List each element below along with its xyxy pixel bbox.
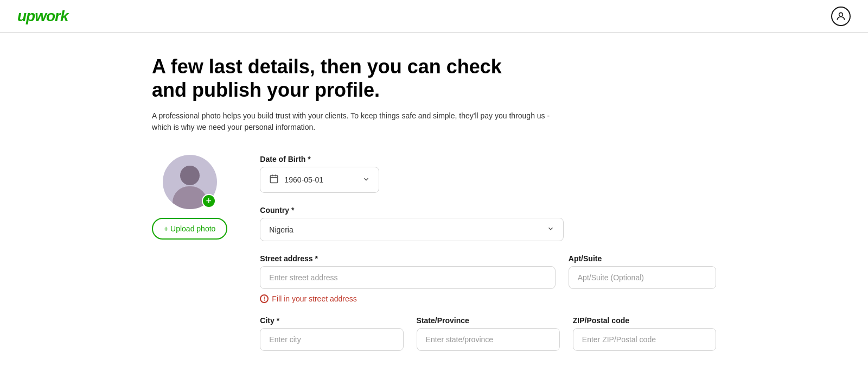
- avatar-head: [180, 166, 200, 185]
- country-group: Country * Nigeria: [260, 206, 716, 241]
- header: upwork: [0, 0, 868, 33]
- street-address-error: ! Fill in your street address: [260, 294, 555, 303]
- date-of-birth-value: 1960-05-01: [284, 175, 357, 184]
- upwork-logo: upwork: [17, 8, 68, 25]
- zip-postal-group: ZIP/Postal code: [573, 316, 716, 351]
- city-group: City *: [260, 316, 403, 351]
- city-label: City *: [260, 316, 403, 325]
- date-of-birth-select[interactable]: 1960-05-01: [260, 167, 379, 193]
- upload-photo-button[interactable]: + Upload photo: [152, 218, 227, 240]
- form-fields: Date of Birth * 1960-05-01: [260, 155, 716, 351]
- avatar-container: +: [163, 155, 217, 209]
- apt-suite-group: Apt/Suite: [569, 254, 716, 303]
- chevron-down-icon: [362, 175, 370, 185]
- error-text: Fill in your street address: [272, 294, 356, 303]
- date-of-birth-group: Date of Birth * 1960-05-01: [260, 155, 716, 193]
- avatar-section: + + Upload photo: [152, 155, 227, 240]
- apt-suite-label: Apt/Suite: [569, 254, 716, 263]
- svg-rect-1: [271, 175, 278, 183]
- svg-point-0: [839, 12, 843, 16]
- user-account-icon[interactable]: [831, 7, 851, 26]
- main-content: A few last details, then you can check a…: [108, 33, 760, 373]
- street-address-label: Street address *: [260, 254, 555, 263]
- zip-postal-input[interactable]: [573, 328, 716, 351]
- country-label: Country *: [260, 206, 716, 215]
- city-state-zip-row: City * State/Province ZIP/Postal code: [260, 316, 716, 351]
- avatar-add-icon[interactable]: +: [202, 194, 216, 208]
- country-select[interactable]: Nigeria: [260, 218, 564, 241]
- street-address-group: Street address * ! Fill in your street a…: [260, 254, 555, 303]
- street-address-input[interactable]: [260, 266, 555, 289]
- state-province-label: State/Province: [417, 316, 560, 325]
- zip-postal-label: ZIP/Postal code: [573, 316, 716, 325]
- page-subtitle: A professional photo helps you build tru…: [152, 110, 564, 133]
- address-row: Street address * ! Fill in your street a…: [260, 254, 716, 303]
- date-of-birth-label: Date of Birth *: [260, 155, 716, 163]
- country-value: Nigeria: [269, 225, 547, 234]
- city-input[interactable]: [260, 328, 403, 351]
- page-title: A few last details, then you can check a…: [152, 55, 532, 102]
- form-section: + + Upload photo Date of Birth *: [152, 155, 716, 351]
- country-chevron-icon: [547, 225, 554, 234]
- calendar-icon: [269, 174, 279, 186]
- state-province-input[interactable]: [417, 328, 560, 351]
- error-icon: !: [260, 294, 269, 303]
- apt-suite-input[interactable]: [569, 266, 716, 289]
- state-province-group: State/Province: [417, 316, 560, 351]
